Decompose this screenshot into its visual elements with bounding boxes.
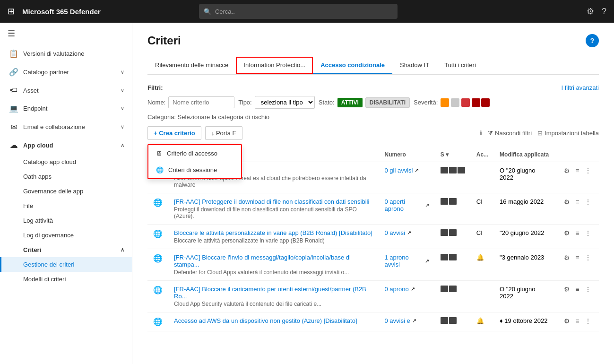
- list-row-icon[interactable]: ≡: [573, 253, 581, 262]
- more-row-icon[interactable]: ⋮: [583, 197, 593, 207]
- numero-value[interactable]: 0 avvisi: [384, 229, 405, 236]
- badge-disabilitati[interactable]: DISABILITATI: [365, 97, 410, 108]
- sidebar-item-loggovernance[interactable]: Log di governance: [0, 228, 132, 243]
- crea-criterio-button[interactable]: + Crea criterio: [147, 126, 201, 140]
- hamburger-icon[interactable]: ☰: [0, 23, 132, 44]
- valutazione-icon: 📋: [9, 49, 18, 58]
- porta-button[interactable]: ↓ Porta E: [205, 126, 242, 140]
- dropdown-item-sessione[interactable]: 🌐 Criteri di sessione: [148, 162, 241, 178]
- policy-desc: Defender for Cloud Apps valuterà il cont…: [174, 269, 373, 276]
- filters-row: Filtri: I filtri avanzati: [147, 84, 599, 91]
- policy-name-link[interactable]: [FR-AAC] Proteggere il download di file …: [174, 198, 373, 205]
- policy-name-link[interactable]: Accesso ad AWS da un dispositivo non ges…: [174, 317, 373, 324]
- info-icon[interactable]: ℹ: [480, 130, 482, 137]
- bell-icon: 🔔: [476, 317, 484, 324]
- table-row: 🌐 Bloccare le attività personalizzate in…: [147, 225, 599, 249]
- dropdown-item-accesso[interactable]: 🖥 Criterio di accesso: [148, 145, 241, 162]
- settings-row-icon[interactable]: ⚙: [562, 197, 572, 207]
- policy-name-link[interactable]: [FR-AAC] Bloccare il caricamento per ute…: [174, 286, 373, 300]
- settings-row-icon[interactable]: ⚙: [562, 316, 572, 326]
- table-settings[interactable]: ⊞ Impostazioni tabella: [537, 130, 599, 137]
- more-row-icon[interactable]: ⋮: [583, 253, 593, 262]
- severita-label: Severità:: [414, 99, 438, 106]
- row-name-cell: Bloccare le attività personalizzate in v…: [168, 225, 379, 249]
- tab-shadow[interactable]: Shadow IT: [392, 57, 437, 74]
- sidebar-item-file[interactable]: File: [0, 199, 132, 213]
- ext-link-icon[interactable]: ↗: [411, 286, 415, 292]
- policy-desc: Cloud App Security valuterà il contenuto…: [174, 301, 373, 307]
- sidebar-item-partner[interactable]: 🔗 Catalogo partner ∨: [0, 63, 132, 81]
- numero-value[interactable]: 0 avvisi e: [384, 317, 410, 324]
- sidebar-item-criteri[interactable]: Criteri ∧: [0, 243, 132, 257]
- more-row-icon[interactable]: ⋮: [583, 316, 593, 326]
- settings-row-icon[interactable]: ⚙: [562, 166, 572, 175]
- modifica-value: O "20 giugno 2022: [500, 167, 535, 181]
- row-name-cell: [FR-AAC] Bloccare il caricamento per ute…: [168, 281, 379, 312]
- funnel-icon: ⧩: [488, 130, 493, 137]
- more-row-icon[interactable]: ⋮: [583, 285, 593, 294]
- row-modifica: "3 gennaio 2023: [494, 249, 556, 281]
- tab-accesso[interactable]: Accesso condizionale: [313, 57, 392, 74]
- sidebar-item-governance[interactable]: Governance delle app: [0, 184, 132, 199]
- col-numero: Numero: [379, 147, 434, 162]
- tab-tutti[interactable]: Tutti i criteri: [437, 57, 484, 74]
- sev-darkred-dot1[interactable]: [472, 98, 480, 107]
- badge-attivi[interactable]: ATTIVI: [337, 98, 363, 107]
- sidebar-item-endpoint[interactable]: 💻 Endpoint ∨: [0, 99, 132, 118]
- sidebar-item-catalogo[interactable]: Catalogo app cloud: [0, 155, 132, 169]
- sidebar-item-asset[interactable]: 🏷 Asset ∨: [0, 81, 132, 99]
- list-row-icon[interactable]: ≡: [573, 228, 581, 238]
- sidebar-item-email[interactable]: ✉ Email e collaborazione ∨: [0, 118, 132, 136]
- settings-row-icon[interactable]: ⚙: [562, 253, 572, 262]
- ext-link-icon[interactable]: ↗: [407, 230, 411, 236]
- grid-icon[interactable]: ⊞: [8, 6, 15, 17]
- col-sev[interactable]: S ▾: [435, 147, 471, 162]
- chevron-down-icon: ∨: [121, 105, 124, 112]
- more-row-icon[interactable]: ⋮: [583, 166, 593, 175]
- tab-information[interactable]: Information Protectio...: [236, 57, 313, 74]
- policy-name-link[interactable]: [FR-AAC] Bloccare l'invio di messaggi/ta…: [174, 254, 373, 268]
- settings-row-icon[interactable]: ⚙: [562, 285, 572, 294]
- numero-value[interactable]: 0 gli avvisi: [384, 167, 413, 174]
- sidebar-item-appcloud[interactable]: ☁ App cloud ∧: [0, 136, 132, 155]
- sidebar-item-gestionecriteri[interactable]: Gestione dei criteri: [0, 257, 132, 272]
- sev-orange-dot[interactable]: [441, 98, 449, 107]
- filter-icon[interactable]: ⧩ Nascondi filtri: [488, 130, 532, 137]
- filters-label: Filtri:: [147, 84, 163, 91]
- sev-darkred-dot2[interactable]: [481, 98, 490, 107]
- help-button[interactable]: ?: [586, 34, 599, 47]
- sev-gray-dot[interactable]: [451, 98, 459, 107]
- more-row-icon[interactable]: ⋮: [583, 228, 593, 238]
- table-row: 🌐 [FR-AAC] Bloccare il caricamento per u…: [147, 281, 599, 312]
- row-sev: [435, 281, 471, 312]
- numero-value[interactable]: 0 aperti aprono: [384, 198, 423, 212]
- sidebar-item-logattivita[interactable]: Log attività: [0, 213, 132, 228]
- list-row-icon[interactable]: ≡: [573, 197, 581, 207]
- nome-input[interactable]: [168, 96, 234, 108]
- settings-row-icon[interactable]: ⚙: [562, 228, 572, 238]
- numero-value[interactable]: 1 aprono avvisi: [384, 254, 423, 268]
- ext-link-icon[interactable]: ↗: [425, 202, 429, 208]
- tab-rilevamento[interactable]: Rilevamento delle minacce: [147, 57, 236, 74]
- ext-link-icon[interactable]: ↗: [425, 258, 429, 264]
- tipo-select[interactable]: seleziona il tipo: [255, 96, 315, 109]
- settings-icon[interactable]: ⚙: [587, 6, 594, 17]
- advanced-filters-link[interactable]: I filtri avanzati: [562, 84, 599, 91]
- sidebar-item-oathapps[interactable]: Oath apps: [0, 169, 132, 184]
- search-input[interactable]: [215, 8, 393, 15]
- list-row-icon[interactable]: ≡: [573, 316, 581, 326]
- list-row-icon[interactable]: ≡: [573, 166, 581, 175]
- modifica-value: "3 gennaio 2023: [500, 254, 544, 261]
- ext-link-icon[interactable]: ↗: [415, 167, 419, 173]
- sev-red-dot[interactable]: [461, 98, 470, 107]
- numero-value[interactable]: 0 aprono: [384, 286, 408, 293]
- ext-link-icon[interactable]: ↗: [412, 318, 416, 324]
- sidebar-item-valutazione[interactable]: 📋 Versioni di valutazione: [0, 44, 132, 63]
- policy-name-link[interactable]: Bloccare le attività personalizzate in v…: [174, 229, 373, 236]
- stato-label: Stato:: [319, 99, 335, 106]
- sev-indicator: [449, 286, 457, 292]
- help-icon[interactable]: ?: [602, 7, 606, 17]
- modifica-value: "20 giugno 2022: [500, 229, 544, 236]
- list-row-icon[interactable]: ≡: [573, 285, 581, 294]
- sidebar-item-modellicrteri[interactable]: Modelli di criteri: [0, 272, 132, 286]
